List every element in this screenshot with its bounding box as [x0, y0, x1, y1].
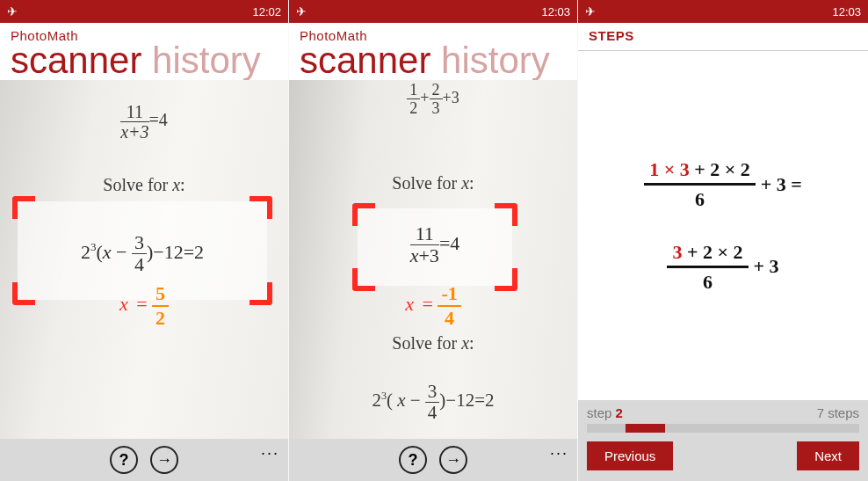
- paper-solve-for-label-2: Solve for x:: [289, 333, 577, 353]
- page-title: STEPS: [589, 28, 857, 43]
- status-bar: ✈ 12:03: [578, 0, 868, 23]
- next-button[interactable]: Next: [797, 441, 859, 470]
- paper-solve-for-label: Solve for x:: [289, 173, 577, 193]
- question-icon: ?: [409, 451, 418, 470]
- tab-history[interactable]: history: [441, 40, 550, 81]
- more-button[interactable]: ···: [261, 444, 279, 463]
- airplane-mode-icon: ✈: [296, 4, 307, 18]
- arrow-right-icon: →: [156, 451, 172, 470]
- pivot-tabs: scanner history: [11, 41, 278, 80]
- solution-result[interactable]: x = 52: [0, 284, 288, 328]
- steps-body: 1 × 3 + 2 × 2 6 + 3 = 3 + 2 × 2 6 + 3: [578, 51, 868, 400]
- phone-screen-scanner-2: ✈ 12:03 PhotoMath scanner history 12+23+…: [289, 0, 578, 481]
- step-expression-after: 3 + 2 × 2 6 + 3: [667, 241, 778, 294]
- previous-button[interactable]: Previous: [587, 441, 673, 470]
- app-header: PhotoMath scanner history: [0, 23, 288, 80]
- forward-button[interactable]: →: [439, 446, 467, 474]
- more-button[interactable]: ···: [550, 444, 568, 463]
- camera-viewport[interactable]: 12+23+3 Solve for x: 11x+3=4 x = -14 Sol…: [289, 80, 577, 439]
- arrow-right-icon: →: [445, 451, 461, 470]
- pivot-tabs: scanner history: [300, 41, 567, 80]
- status-time: 12:03: [541, 5, 570, 18]
- status-time: 12:03: [832, 5, 861, 18]
- paper-equation-top: 12+23+3: [289, 82, 577, 116]
- forward-button[interactable]: →: [150, 446, 178, 474]
- tab-history[interactable]: history: [152, 40, 261, 81]
- paper-equation-top: 11x+3=4: [0, 103, 288, 141]
- step-progress-bar[interactable]: [587, 424, 859, 433]
- tab-scanner[interactable]: scanner: [11, 40, 141, 81]
- ellipsis-icon: ···: [550, 444, 568, 462]
- step-counter: step 2 7 steps: [587, 405, 859, 420]
- detected-equation: 23(x − 34)−12=2: [12, 233, 272, 274]
- phone-screen-scanner-1: ✈ 12:02 PhotoMath scanner history 11x+3=…: [0, 0, 289, 481]
- app-header: PhotoMath scanner history: [289, 23, 577, 80]
- detected-equation: 11x+3=4: [352, 224, 517, 266]
- help-button[interactable]: ?: [399, 446, 427, 474]
- question-icon: ?: [119, 451, 129, 470]
- status-bar: ✈ 12:02: [0, 0, 288, 23]
- phone-screen-steps: ✈ 12:03 STEPS 1 × 3 + 2 × 2 6 + 3 = 3 + …: [578, 0, 868, 481]
- camera-viewport[interactable]: 11x+3=4 Solve for x: 23(x − 34)−12=2 x =…: [0, 80, 288, 439]
- step-progress-segment: [626, 424, 664, 433]
- app-bar: ? → ···: [0, 439, 288, 481]
- steps-header: STEPS: [578, 23, 868, 51]
- paper-equation-bottom: 23( x − 34)−12=2: [289, 383, 577, 422]
- status-bar: ✈ 12:03: [289, 0, 577, 23]
- airplane-mode-icon: ✈: [585, 4, 596, 18]
- step-expression-before: 1 × 3 + 2 × 2 6 + 3 =: [644, 158, 802, 211]
- airplane-mode-icon: ✈: [7, 4, 18, 18]
- app-bar: ? → ···: [289, 439, 577, 481]
- status-time: 12:02: [252, 5, 281, 18]
- help-button[interactable]: ?: [110, 446, 138, 474]
- steps-footer: step 2 7 steps Previous Next: [578, 400, 868, 481]
- paper-solve-for-label: Solve for x:: [0, 175, 288, 195]
- scan-frame[interactable]: 11x+3=4: [352, 203, 517, 291]
- solution-result[interactable]: x = -14: [289, 284, 577, 328]
- ellipsis-icon: ···: [261, 444, 279, 462]
- tab-scanner[interactable]: scanner: [300, 40, 430, 81]
